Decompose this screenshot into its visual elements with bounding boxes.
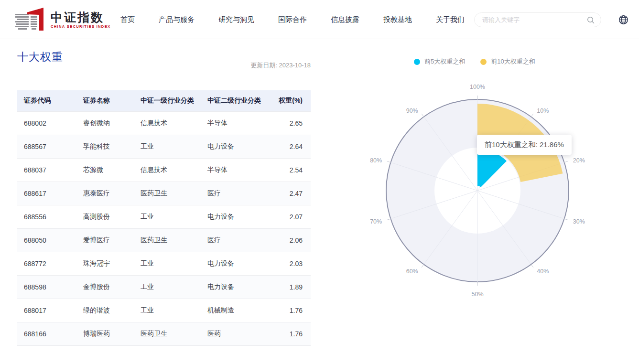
polar-axis-label: 10%	[537, 107, 549, 114]
cell-industry-l1: 工业	[134, 135, 201, 158]
logo-subtitle: CHINA SECURITIES INDEX	[51, 24, 110, 29]
polar-axis-label: 80%	[370, 157, 382, 164]
cell-weight: 2.07	[272, 205, 311, 228]
polar-tick	[565, 219, 568, 220]
table-row: 688017绿的谐波工业机械制造1.76	[17, 299, 311, 322]
cell-name: 绿的谐波	[76, 299, 134, 322]
cell-code: 688017	[17, 299, 76, 322]
update-date: 更新日期: 2023-10-18	[17, 61, 311, 70]
polar-tick	[565, 161, 568, 162]
table-row: 688166博瑞医药医药卫生医药1.76	[17, 322, 311, 345]
cell-name: 惠泰医疗	[76, 182, 134, 205]
cell-code: 688772	[17, 252, 76, 275]
cell-weight: 2.64	[272, 135, 311, 158]
cell-industry-l2: 电力设备	[201, 135, 272, 158]
polar-tick	[387, 161, 390, 162]
cell-industry-l2: 医药	[201, 322, 272, 345]
table-header-row: 证券代码证券名称中证一级行业分类中证二级行业分类权重(%)	[17, 90, 311, 111]
cell-name: 睿创微纳	[76, 111, 134, 135]
cell-weight: 2.06	[272, 228, 311, 252]
polar-axis-label: 70%	[370, 218, 382, 225]
table-row: 688037芯源微信息技术半导体2.54	[17, 158, 311, 182]
legend-label-top10: 前10大权重之和	[491, 57, 535, 66]
legend-item-top10[interactable]: 前10大权重之和	[480, 57, 535, 66]
cell-weight: 2.54	[272, 158, 311, 182]
cell-industry-l2: 电力设备	[201, 275, 272, 299]
table-row: 688617惠泰医疗医药卫生医疗2.47	[17, 182, 311, 205]
table-row: 688567孚能科技工业电力设备2.64	[17, 135, 311, 158]
cell-weight: 1.76	[272, 299, 311, 322]
cell-weight: 2.47	[272, 182, 311, 205]
cell-industry-l2: 半导体	[201, 158, 272, 182]
header-cell-industry-l2: 中证二级行业分类	[201, 90, 272, 111]
polar-tick	[531, 265, 533, 268]
polar-axis-label: 20%	[573, 157, 585, 164]
cell-weight: 1.76	[272, 322, 311, 345]
header-cell-industry-l1: 中证一级行业分类	[134, 90, 201, 111]
polar-axis-label: 60%	[406, 268, 418, 275]
cell-code: 688037	[17, 158, 76, 182]
polar-axis-label: 40%	[537, 268, 549, 275]
cell-industry-l1: 医药卫生	[134, 322, 201, 345]
cell-name: 金博股份	[76, 275, 134, 299]
nav-item-home[interactable]: 首页	[120, 15, 135, 24]
logo-text: 中证指数 CHINA SECURITIES INDEX	[51, 11, 110, 29]
nav-item-international[interactable]: 国际合作	[278, 15, 307, 24]
table-row: 688002睿创微纳信息技术半导体2.65	[17, 111, 311, 135]
cell-name: 珠海冠宇	[76, 252, 134, 275]
nav-item-about[interactable]: 关于我们	[436, 15, 465, 24]
cell-industry-l2: 电力设备	[201, 205, 272, 228]
header-cell-code: 证券代码	[17, 90, 76, 111]
main-nav: 首页 产品与服务 研究与洞见 国际合作 信息披露 投教基地 关于我们	[120, 0, 465, 39]
polar-chart[interactable]: 10%20%30%40%50%60%70%80%90%100%	[368, 81, 587, 301]
site-header: 中证指数 CHINA SECURITIES INDEX 首页 产品与服务 研究与…	[0, 0, 639, 39]
nav-item-disclosure[interactable]: 信息披露	[331, 15, 359, 24]
cell-code: 688567	[17, 135, 76, 158]
legend-item-top5[interactable]: 前5大权重之和	[414, 57, 465, 66]
cell-name: 爱博医疗	[76, 228, 134, 252]
search-box[interactable]	[474, 12, 601, 27]
cell-weight: 1.89	[272, 275, 311, 299]
cell-code: 688166	[17, 322, 76, 345]
site-logo[interactable]: 中证指数 CHINA SECURITIES INDEX	[14, 7, 110, 32]
polar-tick	[422, 114, 423, 117]
search-icon[interactable]	[586, 16, 595, 24]
cell-industry-l1: 信息技术	[134, 111, 201, 135]
nav-item-research[interactable]: 研究与洞见	[218, 15, 254, 24]
cell-name: 高测股份	[76, 205, 134, 228]
cell-industry-l1: 医药卫生	[134, 182, 201, 205]
cell-industry-l1: 工业	[134, 299, 201, 322]
cell-code: 688556	[17, 205, 76, 228]
polar-axis-label: 90%	[406, 107, 418, 114]
language-globe-icon[interactable]	[618, 14, 629, 25]
polar-axis-label: 50%	[471, 291, 483, 298]
nav-item-education[interactable]: 投教基地	[383, 15, 412, 24]
logo-title: 中证指数	[51, 11, 110, 23]
nav-item-products[interactable]: 产品与服务	[159, 15, 195, 24]
table-row: 688050爱博医疗医药卫生医疗2.06	[17, 228, 311, 252]
cell-name: 孚能科技	[76, 135, 134, 158]
table-row: 688598金博股份工业电力设备1.89	[17, 275, 311, 299]
cell-industry-l2: 半导体	[201, 111, 272, 135]
cell-industry-l2: 医疗	[201, 228, 272, 252]
page-content: 十大权重 更新日期: 2023-10-18 证券代码证券名称中证一级行业分类中证…	[0, 39, 639, 364]
cell-name: 博瑞医药	[76, 322, 134, 345]
cell-name: 芯源微	[76, 158, 134, 182]
polar-axis-label: 30%	[573, 218, 585, 225]
legend-dot-top10	[480, 59, 487, 65]
cell-weight: 2.03	[272, 252, 311, 275]
polar-tick	[387, 219, 390, 220]
cell-code: 688050	[17, 228, 76, 252]
cell-industry-l1: 信息技术	[134, 158, 201, 182]
polar-axis-label: 100%	[470, 84, 485, 90]
search-input[interactable]	[482, 16, 586, 23]
header-cell-name: 证券名称	[76, 90, 134, 111]
legend-label-top5: 前5大权重之和	[424, 57, 465, 66]
cell-code: 688617	[17, 182, 76, 205]
cell-industry-l2: 电力设备	[201, 252, 272, 275]
cell-industry-l1: 工业	[134, 252, 201, 275]
header-cell-weight: 权重(%)	[272, 90, 311, 111]
legend-dot-top5	[414, 59, 420, 65]
cell-industry-l2: 机械制造	[201, 299, 272, 322]
top-weights-table: 证券代码证券名称中证一级行业分类中证二级行业分类权重(%) 688002睿创微纳…	[17, 90, 311, 346]
